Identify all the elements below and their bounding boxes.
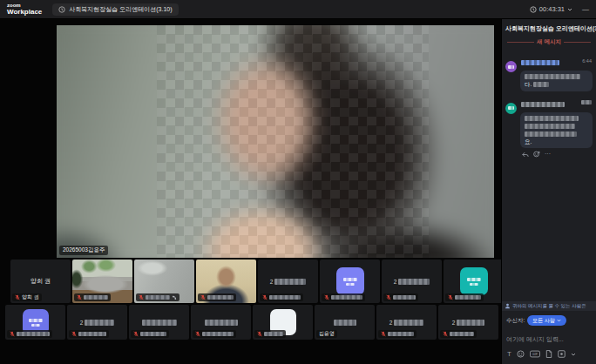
chevron-down-icon: [557, 319, 561, 322]
participant-name-label: [74, 293, 111, 301]
main-speaker-video[interactable]: 20265003김용주: [57, 25, 494, 258]
participant-tile[interactable]: 2: [67, 305, 127, 340]
participant-tile[interactable]: [134, 260, 194, 303]
participant-tile[interactable]: 양희 권 양희 권: [10, 260, 71, 303]
mic-off-icon: [257, 331, 262, 337]
mic-off-icon: [139, 294, 144, 300]
chat-toolbar: T GIF: [502, 345, 596, 364]
pixelated-face-region: [157, 25, 428, 258]
mic-off-icon: [262, 294, 268, 300]
chat-panel: 사회복지현장실습 오리엔테이션(3.10) 새 메시지 6:44 다. 요.: [501, 19, 596, 364]
reply-icon[interactable]: [522, 152, 529, 158]
mic-off-icon: [324, 294, 329, 300]
more-actions-icon[interactable]: ···: [545, 152, 551, 156]
chat-message: 6:44 다.: [505, 53, 593, 91]
more-options-chevron-icon[interactable]: [571, 353, 576, 356]
meeting-timer: 00:43:31: [539, 5, 565, 13]
mic-off-icon: [386, 294, 391, 300]
gif-icon[interactable]: GIF: [530, 350, 540, 358]
top-bar: zoom Workplace 사회복지현장실습 오리엔테이션(3.10) 00:…: [0, 0, 596, 19]
participant-name-label: [131, 330, 169, 338]
emoji-icon[interactable]: [517, 350, 525, 358]
participant-name-label: [193, 330, 236, 338]
participant-tile[interactable]: 2: [258, 260, 318, 303]
mic-off-icon: [15, 294, 20, 300]
add-reaction-icon[interactable]: [533, 151, 540, 158]
participant-tile[interactable]: [253, 305, 313, 340]
mic-off-icon: [77, 294, 82, 300]
recipient-value: 모든 사람: [532, 317, 555, 325]
meeting-tab-icon: [58, 6, 65, 13]
person-icon: [505, 303, 511, 309]
participant-name-label: 김용영: [316, 330, 337, 338]
participant-tile[interactable]: [196, 260, 256, 303]
minimize-button[interactable]: —: [582, 5, 589, 13]
participant-name-label: [69, 330, 109, 338]
phone-audio-icon: [172, 295, 177, 300]
avatar[interactable]: [505, 103, 517, 114]
chat-panel-title: 사회복지현장실습 오리엔테이션(3.10): [502, 19, 596, 36]
sender-name: [521, 53, 559, 69]
participant-tile[interactable]: [129, 305, 189, 340]
mic-off-icon: [381, 331, 386, 337]
visibility-notice-bar: 귀하의 메시지를 볼 수 있는 사람은: [502, 301, 596, 311]
participant-row-2: 2 김용영: [5, 305, 498, 340]
chat-message-list[interactable]: 6:44 다. 요. ···: [502, 48, 596, 301]
new-message-label: 새 메시지: [537, 38, 561, 46]
mic-off-icon: [133, 331, 139, 337]
divider-line: [564, 42, 591, 43]
participant-name-label: [440, 330, 477, 338]
mic-off-icon: [71, 331, 77, 337]
participant-tile[interactable]: [5, 305, 65, 340]
participant-tile[interactable]: [191, 305, 251, 340]
recipient-row: 수신자: 모든 사람: [502, 311, 596, 326]
meeting-timer-dropdown[interactable]: 00:43:31: [530, 5, 572, 13]
participant-tile[interactable]: [444, 260, 504, 303]
participant-row-1: 양희 권 양희 권 2: [10, 260, 504, 303]
chat-message: 요. ···: [505, 95, 593, 158]
message-bubble[interactable]: 다.: [520, 71, 593, 91]
participant-tile[interactable]: 2: [438, 305, 498, 340]
meeting-tab-label: 사회복지현장실습 오리엔테이션(3.10): [69, 5, 172, 14]
mic-off-icon: [200, 294, 206, 300]
participant-name-label: [7, 330, 52, 338]
visibility-notice-text: 귀하의 메시지를 볼 수 있는 사람은: [512, 303, 586, 309]
screenshot-icon[interactable]: [558, 350, 566, 358]
participant-name-label: [260, 293, 303, 301]
chevron-down-icon: [567, 8, 572, 11]
participant-name-label: [383, 293, 418, 301]
clock-icon: [530, 6, 537, 13]
participant-name-label: 양희 권: [12, 293, 42, 301]
meeting-tab[interactable]: 사회복지현장실습 오리엔테이션(3.10): [52, 3, 178, 16]
zoom-meeting-window: zoom Workplace 사회복지현장실습 오리엔테이션(3.10) 00:…: [0, 0, 596, 364]
participant-name-label: [445, 293, 484, 301]
brand-workplace: Workplace: [7, 9, 42, 16]
message-bubble[interactable]: 요.: [520, 112, 593, 149]
participant-tile[interactable]: 2: [376, 305, 437, 340]
mic-off-icon: [195, 331, 200, 337]
message-time: [581, 100, 592, 105]
participant-tile[interactable]: [72, 260, 132, 303]
mic-off-icon: [443, 331, 448, 337]
message-actions[interactable]: ···: [522, 151, 593, 158]
mic-off-icon: [10, 331, 15, 337]
participant-tile[interactable]: [320, 260, 380, 303]
recipient-selector[interactable]: 모든 사람: [527, 315, 566, 326]
participant-name-label: [136, 293, 179, 301]
file-icon[interactable]: [545, 350, 552, 358]
format-text-icon[interactable]: T: [507, 351, 511, 358]
svg-text:GIF: GIF: [532, 353, 538, 356]
recipient-label: 수신자:: [506, 317, 525, 325]
sender-name: [521, 95, 565, 111]
main-speaker-name-label: 20265003김용주: [59, 246, 108, 255]
participant-name: 양희 권: [22, 293, 39, 301]
mic-off-icon: [448, 294, 453, 300]
zoom-workplace-logo: zoom Workplace: [7, 3, 42, 16]
chat-input[interactable]: [506, 336, 592, 342]
participant-tile[interactable]: 김용영: [315, 305, 375, 340]
participant-tile[interactable]: 2: [382, 260, 442, 303]
avatar[interactable]: [505, 61, 517, 72]
participant-name: 김용영: [319, 330, 335, 338]
participant-name-label: [198, 293, 236, 301]
participant-name-label: [322, 293, 365, 301]
